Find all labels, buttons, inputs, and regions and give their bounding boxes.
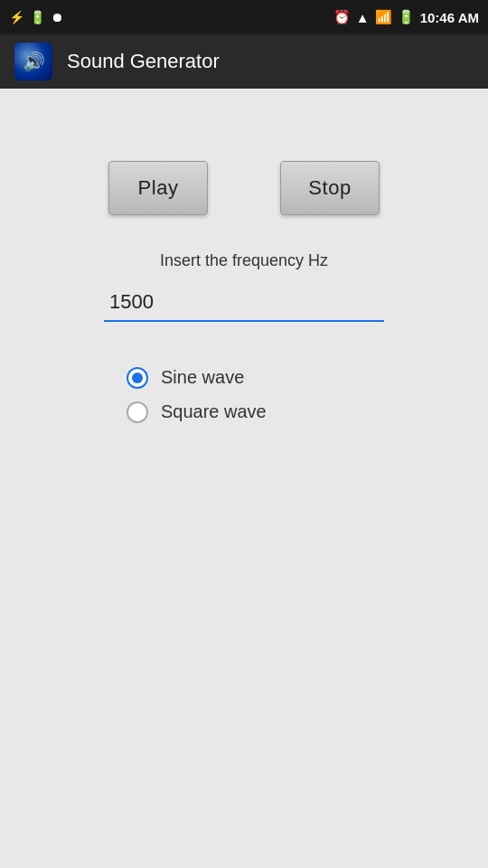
sine-wave-option[interactable]: Sine wave <box>127 367 267 389</box>
app-bar: Sound Generator <box>0 34 488 89</box>
wave-options: Sine wave Square wave <box>127 367 267 423</box>
stop-button[interactable]: Stop <box>280 161 380 215</box>
square-wave-radio[interactable] <box>127 401 148 423</box>
app-icon <box>14 42 52 80</box>
battery-icon: 🔋 <box>30 10 45 24</box>
time-display: 10:46 AM <box>420 10 479 25</box>
sine-wave-label: Sine wave <box>161 367 244 388</box>
frequency-label: Insert the frequency Hz <box>160 251 328 270</box>
battery-level-icon: 🔋 <box>398 9 415 25</box>
buttons-row: Play Stop <box>108 161 380 215</box>
square-wave-label: Square wave <box>161 401 267 422</box>
record-icon: ⏺ <box>51 10 63 24</box>
wifi-icon: ▲ <box>356 10 370 25</box>
status-left-icons: ⚡ 🔋 ⏺ <box>9 10 63 24</box>
sine-wave-radio-inner <box>132 373 143 383</box>
status-right: ⏰ ▲ 📶 🔋 10:46 AM <box>333 9 479 25</box>
main-content: Play Stop Insert the frequency Hz Sine w… <box>0 89 488 868</box>
sine-wave-radio[interactable] <box>127 367 148 389</box>
frequency-input[interactable] <box>104 285 384 320</box>
frequency-input-wrapper <box>104 285 384 322</box>
usb-icon: ⚡ <box>9 10 24 24</box>
alarm-icon: ⏰ <box>333 9 351 25</box>
play-button[interactable]: Play <box>108 161 208 215</box>
status-bar: ⚡ 🔋 ⏺ ⏰ ▲ 📶 🔋 10:46 AM <box>0 0 488 34</box>
square-wave-option[interactable]: Square wave <box>127 401 267 423</box>
signal-icon: 📶 <box>375 9 392 25</box>
app-title: Sound Generator <box>67 50 220 73</box>
